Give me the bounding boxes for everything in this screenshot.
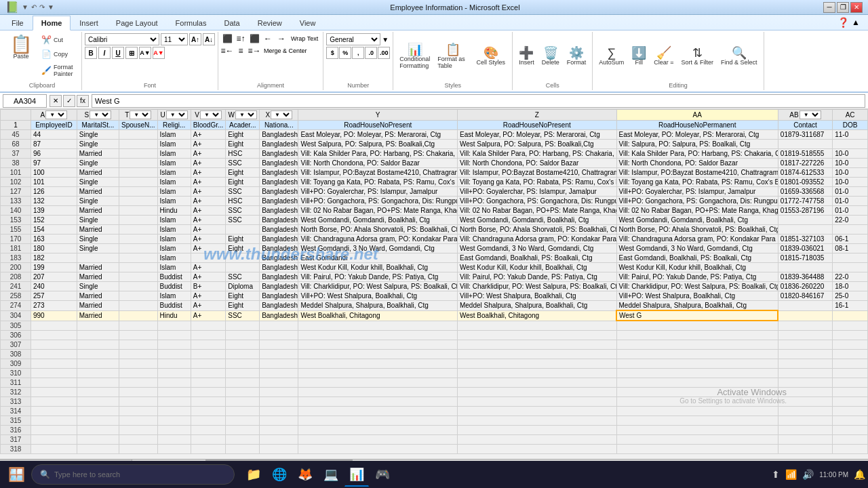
format-as-table-btn[interactable]: 📋 Format as Table bbox=[434, 41, 471, 71]
cell-nation[interactable]: Bangladesh bbox=[260, 244, 298, 253]
cell-marital[interactable]: Married bbox=[77, 149, 119, 159]
clear-btn[interactable]: 🧹 Clear = bbox=[650, 45, 677, 68]
cell-acad[interactable]: Eight bbox=[226, 301, 260, 311]
cell-contact[interactable]: 01839-036021 bbox=[778, 244, 832, 253]
taskbar-app-firefox[interactable]: 🦊 bbox=[293, 462, 317, 487]
cell-nation[interactable]: Bangladesh bbox=[260, 225, 298, 235]
align-center-btn[interactable]: ≡ bbox=[235, 45, 247, 56]
cell-contact[interactable]: 01659-336568 bbox=[778, 187, 832, 197]
cell-empid[interactable]: 273 bbox=[31, 301, 77, 311]
col-header-T[interactable]: T ▼ bbox=[119, 110, 157, 121]
cell-dob[interactable]: 06-1 bbox=[833, 235, 868, 244]
cell-nation[interactable]: Bangladesh bbox=[260, 301, 298, 311]
cell-contact[interactable] bbox=[778, 301, 832, 311]
cell-nation[interactable]: Bangladesh bbox=[260, 310, 298, 321]
cell-marital[interactable]: Single bbox=[77, 178, 119, 187]
cell-acad[interactable]: HSC bbox=[226, 149, 260, 159]
cell-religion[interactable]: Islam bbox=[157, 178, 191, 187]
cell-dob[interactable]: 08-1 bbox=[833, 244, 868, 253]
system-tray-icon[interactable]: ⬆ bbox=[772, 469, 780, 480]
delete-cell-btn[interactable]: 🗑️ Delete bbox=[538, 45, 563, 68]
cell-religion[interactable]: Islam bbox=[157, 291, 191, 301]
cell-acad[interactable]: Eight bbox=[226, 235, 260, 244]
cell-nation[interactable]: Bangladesh bbox=[260, 206, 298, 216]
cell-dob[interactable]: 01-0 bbox=[833, 187, 868, 197]
wrap-text-button[interactable]: Wrap Text bbox=[289, 33, 320, 44]
cell-road-present2[interactable]: East Moleyar, PO: Moleyar, PS: Merarorai… bbox=[457, 130, 616, 140]
cell-contact[interactable]: 01801-093552 bbox=[778, 178, 832, 187]
cell-empid[interactable]: 257 bbox=[31, 291, 77, 301]
cell-road-present1[interactable]: Vill: 02 No Rabar Bagan, PO+PS: Mate Ran… bbox=[298, 206, 458, 216]
cell-road-present2[interactable]: Vill: Charklidipur, PO: West Salpura, PS… bbox=[457, 282, 616, 291]
cell-acad[interactable]: Eight bbox=[226, 140, 260, 149]
tab-view[interactable]: View bbox=[291, 16, 325, 30]
cell-blood[interactable]: A+ bbox=[191, 263, 225, 272]
cell-religion[interactable]: Islam bbox=[157, 187, 191, 197]
cell-empid[interactable]: 44 bbox=[31, 130, 77, 140]
col-header-W[interactable]: W ▼ bbox=[226, 110, 260, 121]
cell-contact[interactable]: 01879-311687 bbox=[778, 130, 832, 140]
cell-religion[interactable]: Islam bbox=[157, 235, 191, 244]
cell-nation[interactable]: Bangladesh bbox=[260, 272, 298, 282]
cell-marital[interactable]: Single bbox=[77, 159, 119, 168]
cell-road-present1[interactable]: West Gomdandi, 3 No Ward, Gomdandi, Ctg bbox=[298, 244, 458, 253]
cell-road-present2[interactable]: West Gomdandi, 3 No Ward, Gomdandi, Ctg bbox=[457, 244, 616, 253]
cell-blood[interactable]: A+ bbox=[191, 216, 225, 225]
cell-blood[interactable]: A+ bbox=[191, 178, 225, 187]
cell-marital[interactable]: Married bbox=[77, 301, 119, 311]
bold-button[interactable]: B bbox=[85, 47, 97, 59]
cell-road-permanent[interactable]: West Gomdandi, 3 No Ward, Gomdandi, Ctg bbox=[616, 244, 778, 253]
cell-blood[interactable]: A+ bbox=[191, 206, 225, 216]
align-top-left-btn[interactable]: ⬛ bbox=[221, 33, 233, 44]
cell-road-present2[interactable]: West Kodur Kill, Kodur khill, Boalkhali,… bbox=[457, 263, 616, 272]
cell-empid[interactable]: 182 bbox=[31, 253, 77, 263]
cell-road-present1[interactable]: East Moleyar, PO: Moleyar, PS: Merarorai… bbox=[298, 130, 458, 140]
conditional-formatting-btn[interactable]: 📊 Conditional Formatting bbox=[396, 41, 433, 71]
cell-contact[interactable]: 01874-612533 bbox=[778, 168, 832, 178]
copy-button[interactable]: 📄 Copy bbox=[38, 47, 79, 61]
cell-marital[interactable]: Single bbox=[77, 282, 119, 291]
col-header-Z[interactable]: Z bbox=[457, 110, 616, 121]
cell-dob[interactable] bbox=[833, 310, 868, 321]
cell-blood[interactable]: A+ bbox=[191, 244, 225, 253]
cell-spouse[interactable] bbox=[119, 178, 157, 187]
cell-contact[interactable]: 01839-364488 bbox=[778, 272, 832, 282]
tab-file[interactable]: File bbox=[3, 16, 33, 30]
increase-decimal-btn[interactable]: .0 bbox=[365, 47, 377, 59]
cell-contact[interactable]: 01851-327103 bbox=[778, 235, 832, 244]
tab-data[interactable]: Data bbox=[215, 16, 248, 30]
cell-spouse[interactable] bbox=[119, 263, 157, 272]
cell-nation[interactable]: Bangladesh bbox=[260, 282, 298, 291]
cell-spouse[interactable] bbox=[119, 291, 157, 301]
cell-spouse[interactable] bbox=[119, 272, 157, 282]
col-header-A[interactable]: A ▼ bbox=[31, 110, 77, 121]
insert-cell-btn[interactable]: ➕ Insert bbox=[515, 45, 538, 68]
cell-contact[interactable]: 01836-260220 bbox=[778, 282, 832, 291]
cell-contact[interactable] bbox=[778, 310, 832, 321]
cell-road-present2[interactable]: West Salpura, PO: Salpura, PS: Boalkali,… bbox=[457, 140, 616, 149]
cell-road-permanent[interactable]: West Gomdandi, Gomdandi, Boalkhali, Ctg bbox=[616, 216, 778, 225]
cell-dob[interactable] bbox=[833, 140, 868, 149]
cell-spouse[interactable] bbox=[119, 225, 157, 235]
fill-btn[interactable]: ⬇️ Fill bbox=[628, 45, 650, 68]
cell-nation[interactable]: Bangladesh bbox=[260, 140, 298, 149]
cell-nation[interactable]: Bangladesh bbox=[260, 178, 298, 187]
cell-blood[interactable]: A+ bbox=[191, 197, 225, 206]
percent-btn[interactable]: % bbox=[339, 47, 351, 59]
cell-nation[interactable]: Bangladesh bbox=[260, 187, 298, 197]
cell-acad[interactable]: Eight bbox=[226, 291, 260, 301]
cell-road-present1[interactable]: North Borse, PO: Ahala Shorvatoli, PS: B… bbox=[298, 225, 458, 235]
cell-religion[interactable]: Buddist bbox=[157, 301, 191, 311]
expand-number-icon[interactable]: ▼ bbox=[382, 36, 389, 43]
cell-road-present1[interactable]: Vill: Kala Shilder Para, PO: Harbang, PS… bbox=[298, 149, 458, 159]
cell-road-permanent[interactable]: Vill: Kala Shilder Para, PO: Harbang, PS… bbox=[616, 149, 778, 159]
cell-empid[interactable]: 96 bbox=[31, 149, 77, 159]
cell-contact[interactable] bbox=[778, 225, 832, 235]
cell-dob[interactable]: 10-0 bbox=[833, 159, 868, 168]
cell-religion[interactable]: Islam bbox=[157, 140, 191, 149]
cell-dob[interactable]: 22-0 bbox=[833, 272, 868, 282]
cell-blood[interactable]: A+ bbox=[191, 301, 225, 311]
cell-acad[interactable] bbox=[226, 253, 260, 263]
cell-empid[interactable]: 207 bbox=[31, 272, 77, 282]
taskbar-search[interactable]: 🔍 bbox=[31, 464, 235, 485]
